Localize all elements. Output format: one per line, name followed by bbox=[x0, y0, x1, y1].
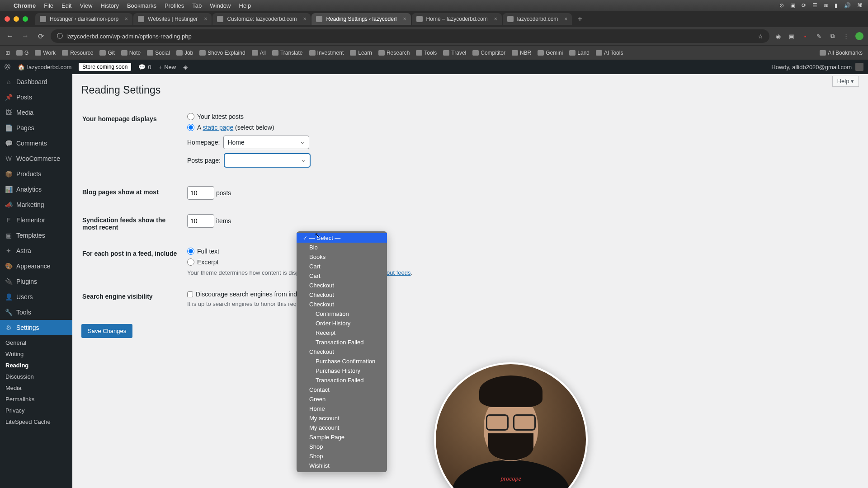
bookmark-item[interactable]: Work bbox=[35, 50, 56, 56]
dropdown-option[interactable]: Home bbox=[297, 404, 387, 413]
save-changes-button[interactable]: Save Changes bbox=[81, 324, 132, 338]
wp-logo-icon[interactable]: ⓦ bbox=[5, 63, 10, 71]
wp-menu-settings[interactable]: ⚙Settings bbox=[0, 320, 72, 335]
wp-submenu-litespeed-cache[interactable]: LiteSpeed Cache bbox=[0, 416, 72, 427]
forward-button[interactable]: → bbox=[20, 32, 31, 40]
mac-menu-profiles[interactable]: Profiles bbox=[165, 2, 184, 9]
dropdown-option[interactable]: Cart bbox=[297, 271, 387, 281]
dropdown-option[interactable]: Transaction Failed bbox=[297, 338, 387, 347]
menubar-icon[interactable]: ☰ bbox=[812, 2, 817, 9]
wp-menu-plugins[interactable]: 🔌Plugins bbox=[0, 274, 72, 289]
bookmark-item[interactable]: Investment bbox=[309, 50, 344, 56]
mac-menu-edit[interactable]: Edit bbox=[61, 2, 71, 9]
wp-submenu-media[interactable]: Media bbox=[0, 382, 72, 394]
dropdown-option[interactable]: Confirmation bbox=[297, 309, 387, 319]
radio-static-page[interactable] bbox=[187, 124, 194, 131]
bookmark-item[interactable]: Translate bbox=[272, 50, 303, 56]
bookmark-item[interactable]: Social bbox=[147, 50, 170, 56]
browser-tab[interactable]: lazycoderbd.com× bbox=[503, 13, 572, 25]
bookmark-item[interactable]: Land bbox=[569, 50, 590, 56]
mac-menu-help[interactable]: Help bbox=[239, 2, 251, 9]
wp-diamond-icon[interactable]: ◈ bbox=[183, 64, 188, 70]
wp-menu-appearance[interactable]: 🎨Appearance bbox=[0, 258, 72, 274]
dropdown-option[interactable]: Cart bbox=[297, 262, 387, 271]
dropdown-option[interactable]: Books bbox=[297, 252, 387, 262]
browser-tab[interactable]: Customize: lazycoderbd.com× bbox=[212, 13, 311, 25]
profile-avatar[interactable] bbox=[855, 32, 863, 40]
dropdown-option[interactable]: Green bbox=[297, 394, 387, 404]
dropdown-option[interactable]: ✓— Select — bbox=[297, 233, 387, 243]
wp-new-button[interactable]: + New bbox=[159, 64, 176, 70]
dropdown-option[interactable]: Contact bbox=[297, 385, 387, 394]
wp-howdy-text[interactable]: Howdy, allidb2020@gmail.com bbox=[771, 64, 852, 70]
extension-icon[interactable]: ⧉ bbox=[828, 32, 836, 40]
mac-menu-file[interactable]: File bbox=[44, 2, 53, 9]
chrome-menu-icon[interactable]: ⋮ bbox=[842, 32, 850, 40]
back-button[interactable]: ← bbox=[5, 32, 15, 40]
bookmark-item[interactable]: Resource bbox=[62, 50, 93, 56]
dropdown-option[interactable]: Shop bbox=[297, 451, 387, 461]
bookmark-item[interactable]: Tools bbox=[416, 50, 437, 56]
menubar-battery-icon[interactable]: ▮ bbox=[835, 2, 838, 9]
wp-menu-dashboard[interactable]: ⌂Dashboard bbox=[0, 74, 72, 89]
menubar-icon[interactable]: ▣ bbox=[790, 2, 795, 9]
dropdown-option[interactable]: My account bbox=[297, 423, 387, 432]
close-tab-icon[interactable]: × bbox=[564, 16, 567, 22]
dropdown-option[interactable]: Checkout bbox=[297, 290, 387, 300]
browser-tab[interactable]: Hostinger ‹ darksalmon-porp× bbox=[35, 13, 132, 25]
bookmark-item[interactable]: AI Tools bbox=[596, 50, 623, 56]
dropdown-option[interactable]: Purchase History bbox=[297, 366, 387, 375]
wp-menu-tools[interactable]: 🔧Tools bbox=[0, 305, 72, 320]
menubar-icon[interactable]: ⊙ bbox=[779, 2, 784, 9]
blog-pages-input[interactable] bbox=[187, 186, 214, 200]
wp-menu-pages[interactable]: 📄Pages bbox=[0, 120, 72, 136]
mac-menu-view[interactable]: View bbox=[80, 2, 92, 9]
site-info-icon[interactable]: ⓘ bbox=[57, 32, 63, 40]
close-tab-icon[interactable]: × bbox=[494, 16, 497, 22]
wp-comments-link[interactable]: 💬 0 bbox=[138, 64, 151, 70]
wp-submenu-discussion[interactable]: Discussion bbox=[0, 371, 72, 382]
wp-menu-analytics[interactable]: 📊Analytics bbox=[0, 182, 72, 197]
bookmark-item[interactable]: Compititor bbox=[472, 50, 505, 56]
wp-menu-comments[interactable]: 💬Comments bbox=[0, 136, 72, 151]
extension-icon[interactable]: ✎ bbox=[815, 32, 823, 40]
wp-menu-templates[interactable]: ▣Templates bbox=[0, 228, 72, 243]
bookmark-item[interactable]: G bbox=[16, 50, 28, 56]
mac-menu-tab[interactable]: Tab bbox=[192, 2, 202, 9]
dropdown-option[interactable]: Sample Page bbox=[297, 432, 387, 442]
posts-page-select[interactable] bbox=[224, 154, 310, 167]
extension-icon[interactable]: ◉ bbox=[774, 32, 782, 40]
dropdown-option[interactable]: Bio bbox=[297, 243, 387, 252]
new-tab-button[interactable]: + bbox=[573, 14, 587, 24]
extension-icon[interactable]: ▪ bbox=[801, 32, 809, 40]
discourage-checkbox[interactable] bbox=[187, 291, 193, 297]
bookmark-item[interactable]: Git bbox=[99, 50, 114, 56]
mac-menu-history[interactable]: History bbox=[100, 2, 118, 9]
reload-button[interactable]: ⟳ bbox=[35, 32, 46, 41]
bookmark-item[interactable]: Learn bbox=[350, 50, 372, 56]
mac-menu-bookmarks[interactable]: Bookmarks bbox=[127, 2, 156, 9]
dropdown-option[interactable]: Transaction Failed bbox=[297, 375, 387, 385]
menubar-control-icon[interactable]: ⌘ bbox=[857, 2, 863, 9]
menubar-wifi-icon[interactable]: ≋ bbox=[824, 2, 828, 9]
wp-menu-media[interactable]: 🖼Media bbox=[0, 105, 72, 120]
wp-menu-elementor[interactable]: EElementor bbox=[0, 212, 72, 228]
bookmark-item[interactable]: All bbox=[252, 50, 266, 56]
wp-menu-products[interactable]: 📦Products bbox=[0, 166, 72, 182]
syndication-input[interactable] bbox=[187, 214, 214, 228]
dropdown-option[interactable]: Checkout bbox=[297, 300, 387, 309]
wp-menu-users[interactable]: 👤Users bbox=[0, 289, 72, 305]
bookmark-item[interactable]: Job bbox=[176, 50, 193, 56]
radio-excerpt[interactable] bbox=[187, 258, 194, 266]
minimize-window-icon[interactable] bbox=[14, 16, 19, 22]
bookmark-item[interactable]: Research bbox=[378, 50, 410, 56]
close-tab-icon[interactable]: × bbox=[204, 16, 207, 22]
wp-submenu-privacy[interactable]: Privacy bbox=[0, 405, 72, 416]
homepage-select[interactable]: Home bbox=[223, 136, 309, 149]
wp-submenu-reading[interactable]: Reading bbox=[0, 360, 72, 371]
browser-tab[interactable]: Reading Settings ‹ lazycoderl× bbox=[311, 13, 410, 25]
radio-full-text[interactable] bbox=[187, 248, 194, 255]
all-bookmarks[interactable]: All Bookmarks bbox=[820, 50, 863, 56]
bookmark-item[interactable]: NBR bbox=[512, 50, 531, 56]
wp-menu-woocommerce[interactable]: WWooCommerce bbox=[0, 151, 72, 166]
